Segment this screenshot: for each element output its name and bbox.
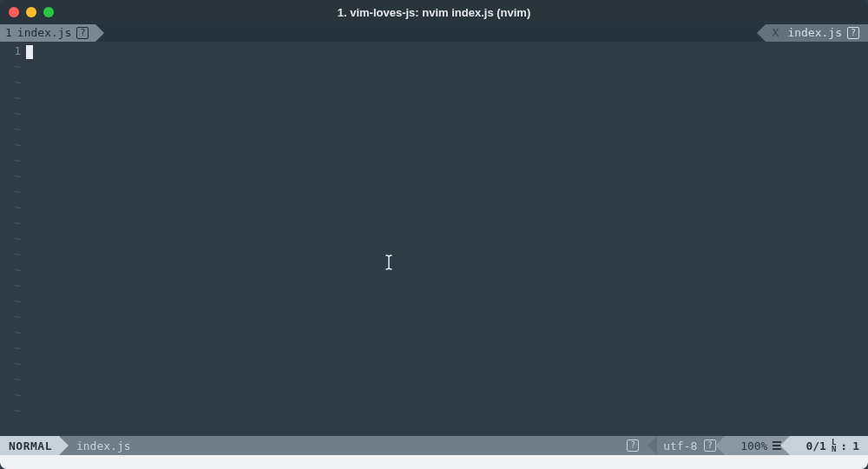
empty-line-marker: ~: [0, 372, 21, 387]
mode-indicator: NORMAL: [0, 436, 59, 455]
empty-line-marker: ~: [0, 75, 21, 90]
status-filetype: ?: [618, 436, 648, 455]
empty-line-marker: ~: [0, 356, 21, 372]
editor-viewport[interactable]: 1 ~~~~~~~~~~~~~~~~~~~~~~~: [0, 42, 868, 436]
help-icon: ?: [76, 27, 89, 39]
empty-line-marker: ~: [0, 137, 21, 153]
empty-line: [26, 325, 868, 340]
column-separator: :: [840, 439, 847, 452]
help-icon: ?: [704, 439, 716, 452]
buffer-filename: index.js: [17, 24, 72, 42]
empty-line: [26, 309, 868, 325]
empty-line: [26, 262, 868, 278]
empty-line: [26, 356, 868, 372]
empty-line-marker: ~: [0, 153, 21, 168]
status-filename: index.js: [59, 436, 140, 455]
editor-line[interactable]: [26, 43, 868, 59]
empty-line-marker: ~: [0, 106, 21, 122]
empty-line-marker: ~: [0, 278, 21, 294]
empty-line-marker: ~: [0, 90, 21, 106]
empty-line-marker: ~: [0, 387, 21, 403]
empty-line: [26, 106, 868, 122]
status-position: 0/1 LN : 1: [790, 436, 868, 455]
status-line: NORMAL index.js ? utf-8 ? 100% 0/1 LN : …: [0, 436, 868, 455]
encoding-label: utf-8: [663, 439, 697, 452]
titlebar: 1. vim-loves-js: nvim index.js (nvim): [0, 0, 868, 24]
empty-line-marker: ~: [0, 340, 21, 356]
empty-line-marker: ~: [0, 200, 21, 215]
empty-line-marker: ~: [0, 294, 21, 309]
buffer-filename: index.js: [787, 24, 842, 42]
line-number-icon: LN: [832, 439, 835, 452]
close-icon[interactable]: X: [773, 24, 779, 42]
buffer-index: 1: [5, 24, 12, 42]
help-icon: ?: [627, 439, 639, 452]
empty-line-marker: ~: [0, 403, 21, 419]
empty-line-marker: ~: [0, 247, 21, 262]
empty-line-marker: ~: [0, 309, 21, 325]
empty-line: [26, 340, 868, 356]
help-icon: ?: [847, 27, 859, 39]
column-value: 1: [852, 439, 859, 452]
empty-line: [26, 168, 868, 184]
zoom-window-button[interactable]: [43, 7, 54, 17]
cursor: [26, 45, 33, 59]
buffer-tab-alt[interactable]: X index.js ?: [766, 24, 868, 42]
empty-line: [26, 153, 868, 168]
percent-value: 100%: [740, 439, 767, 452]
empty-line: [26, 372, 868, 387]
empty-line: [26, 403, 868, 419]
empty-line-marker: ~: [0, 59, 21, 75]
status-encoding: utf-8 ?: [648, 436, 725, 455]
status-spacer: [140, 436, 619, 455]
empty-line: [26, 247, 868, 262]
empty-line: [26, 294, 868, 309]
empty-line: [26, 90, 868, 106]
empty-line: [26, 59, 868, 75]
empty-line: [26, 278, 868, 294]
buffer-tab-current[interactable]: 1 index.js ?: [0, 24, 95, 42]
empty-line: [26, 200, 868, 215]
editor-content[interactable]: [26, 42, 868, 436]
empty-line: [26, 137, 868, 153]
buffer-tabline: 1 index.js ? X index.js ?: [0, 24, 868, 42]
window-title: 1. vim-loves-js: nvim index.js (nvim): [54, 6, 814, 19]
empty-line-marker: ~: [0, 325, 21, 340]
minimize-window-button[interactable]: [26, 7, 36, 17]
terminal-window: 1. vim-loves-js: nvim index.js (nvim) 1 …: [0, 0, 868, 469]
close-window-button[interactable]: [9, 7, 19, 17]
line-position: 0/1: [806, 439, 825, 452]
empty-line: [26, 215, 868, 231]
empty-line: [26, 231, 868, 247]
window-controls: [9, 7, 54, 17]
command-line[interactable]: [0, 455, 868, 469]
empty-line-marker: ~: [0, 168, 21, 184]
empty-line: [26, 387, 868, 403]
empty-line-marker: ~: [0, 184, 21, 200]
empty-line-marker: ~: [0, 262, 21, 278]
line-number-gutter: 1 ~~~~~~~~~~~~~~~~~~~~~~~: [0, 42, 26, 436]
empty-line: [26, 184, 868, 200]
empty-line-marker: ~: [0, 122, 21, 137]
empty-line: [26, 75, 868, 90]
empty-line: [26, 122, 868, 137]
line-number: 1: [0, 43, 21, 59]
empty-line-marker: ~: [0, 231, 21, 247]
empty-line-marker: ~: [0, 215, 21, 231]
